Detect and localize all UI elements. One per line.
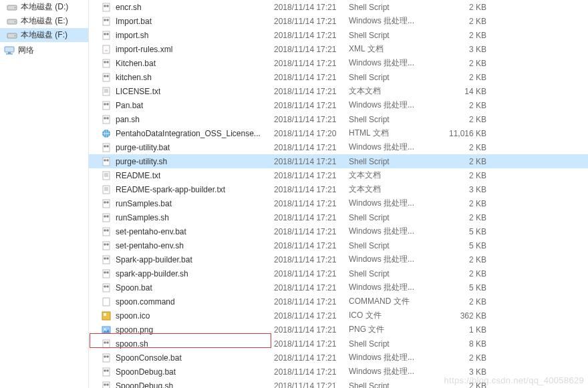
file-type: Windows 批处理...	[349, 352, 436, 363]
file-row[interactable]: spoon.ico2018/11/14 17:21ICO 文件362 KB	[89, 309, 588, 323]
drive-icon	[7, 2, 17, 13]
svg-rect-12	[103, 17, 110, 25]
file-size: 2 KB	[436, 199, 489, 208]
file-row[interactable]: LICENSE.txt2018/11/14 17:21文本文档14 KB	[89, 84, 588, 98]
file-row[interactable]: SpoonConsole.bat2018/11/14 17:21Windows …	[89, 351, 588, 365]
svg-rect-51	[103, 200, 110, 208]
file-row[interactable]: Pan.bat2018/11/14 17:21Windows 批处理...2 K…	[89, 98, 588, 112]
network-icon	[4, 45, 15, 56]
svg-rect-23	[103, 73, 110, 81]
file-name-cell: spoon.png	[89, 325, 274, 335]
file-row[interactable]: runSamples.sh2018/11/14 17:21Shell Scrip…	[89, 210, 588, 224]
tree-item-label: 本地磁盘 (D:)	[21, 1, 68, 13]
file-name: README-spark-app-builder.txt	[116, 185, 225, 194]
file-row[interactable]: ‹›import-rules.xml2018/11/14 17:21XML 文档…	[89, 42, 588, 56]
file-name: LICENSE.txt	[116, 87, 160, 96]
tree-item-3[interactable]: 网络	[0, 43, 88, 57]
svg-point-3	[15, 21, 16, 22]
generic-file-icon	[101, 297, 112, 307]
file-row[interactable]: set-pentaho-env.sh2018/11/14 17:21Shell …	[89, 238, 588, 252]
bat-file-icon	[101, 367, 112, 377]
svg-rect-69	[103, 284, 110, 292]
svg-point-82	[106, 355, 109, 358]
file-name: SpoonDebug.bat	[116, 367, 176, 377]
file-size: 14 KB	[436, 87, 489, 96]
file-type: Shell Script	[349, 241, 436, 250]
svg-rect-77	[103, 340, 110, 348]
file-name: purge-utility.bat	[116, 143, 170, 152]
file-row[interactable]: import.sh2018/11/14 17:21Shell Script2 K…	[89, 28, 588, 42]
svg-rect-66	[103, 270, 110, 278]
tree-item-0[interactable]: 本地磁盘 (D:)	[0, 0, 88, 14]
svg-rect-33	[103, 116, 110, 124]
svg-rect-47	[103, 186, 110, 194]
file-row[interactable]: kitchen.sh2018/11/14 17:21Shell Script2 …	[89, 70, 588, 84]
svg-rect-7	[8, 52, 11, 53]
file-row[interactable]: PentahoDataIntegration_OSS_License...201…	[89, 126, 588, 140]
file-row[interactable]: spoon.sh2018/11/14 17:21Shell Script8 KB	[89, 337, 588, 351]
file-row[interactable]: encr.sh2018/11/14 17:21Shell Script2 KB	[89, 0, 588, 14]
file-size: 3 KB	[436, 367, 489, 377]
file-row[interactable]: pan.sh2018/11/14 17:21Shell Script2 KB	[89, 112, 588, 126]
file-name-cell: Pan.bat	[89, 100, 274, 111]
file-date: 2018/11/14 17:21	[274, 283, 349, 293]
file-type: Shell Script	[349, 115, 436, 124]
svg-rect-83	[103, 368, 110, 376]
file-date: 2018/11/14 17:21	[274, 311, 349, 321]
file-size: 2 KB	[436, 101, 489, 110]
file-row[interactable]: Spoon.bat2018/11/14 17:21Windows 批处理...5…	[89, 280, 588, 295]
tree-item-1[interactable]: 本地磁盘 (E:)	[0, 14, 88, 28]
svg-point-11	[106, 5, 109, 7]
file-date: 2018/11/14 17:21	[274, 3, 349, 12]
svg-point-14	[106, 19, 109, 21]
file-row[interactable]: Kitchen.bat2018/11/14 17:21Windows 批处理..…	[89, 56, 588, 70]
file-type: Windows 批处理...	[349, 254, 436, 265]
file-type: Shell Script	[349, 157, 436, 166]
file-row[interactable]: SpoonDebug.bat2018/11/14 17:21Windows 批处…	[89, 365, 588, 379]
file-row[interactable]: runSamples.bat2018/11/14 17:21Windows 批处…	[89, 196, 588, 210]
svg-point-5	[15, 35, 16, 36]
tree-item-label: 本地磁盘 (F:)	[21, 29, 67, 41]
file-date: 2018/11/14 17:21	[274, 101, 349, 110]
file-row[interactable]: Spark-app-builder.bat2018/11/14 17:21Win…	[89, 252, 588, 266]
file-name: set-pentaho-env.sh	[116, 241, 184, 250]
file-size: 2 KB	[436, 115, 489, 124]
svg-rect-9	[103, 3, 110, 11]
svg-point-13	[104, 19, 106, 21]
svg-point-32	[106, 103, 109, 106]
svg-point-31	[104, 103, 106, 106]
file-name-cell: Spark-app-builder.bat	[89, 254, 274, 265]
svg-point-76	[104, 328, 106, 330]
sh-file-icon	[101, 30, 112, 41]
file-size: 2 KB	[436, 3, 489, 12]
file-name-cell: SpoonDebug.bat	[89, 367, 274, 377]
txt-file-icon	[101, 184, 112, 195]
file-name: Spark-app-builder.bat	[116, 255, 192, 264]
file-row[interactable]: README-spark-app-builder.txt2018/11/14 1…	[89, 182, 588, 196]
svg-point-34	[104, 117, 106, 120]
file-row[interactable]: purge-utility.bat2018/11/14 17:21Windows…	[89, 140, 588, 154]
file-type: Windows 批处理...	[349, 198, 436, 209]
file-row[interactable]: spark-app-builder.sh2018/11/14 17:21Shel…	[89, 266, 588, 280]
file-name-cell: LICENSE.txt	[89, 86, 274, 97]
svg-point-41	[104, 159, 106, 162]
file-row[interactable]: README.txt2018/11/14 17:21文本文档2 KB	[89, 168, 588, 182]
file-name: Kitchen.bat	[116, 59, 156, 68]
file-row[interactable]: set-pentaho-env.bat2018/11/14 17:21Windo…	[89, 224, 588, 238]
txt-file-icon	[101, 170, 112, 181]
file-row[interactable]: spoon.png2018/11/14 17:21PNG 文件1 KB	[89, 323, 588, 337]
file-row[interactable]: SpoonDebug.sh2018/11/14 17:21Shell Scrip…	[89, 379, 588, 388]
file-row[interactable]: spoon.command2018/11/14 17:21COMMAND 文件2…	[89, 295, 588, 309]
sh-file-icon	[101, 212, 112, 223]
file-type: 文本文档	[349, 85, 436, 97]
file-row[interactable]: purge-utility.sh2018/11/14 17:21Shell Sc…	[89, 154, 588, 168]
txt-file-icon	[101, 86, 112, 97]
file-name-cell: import.sh	[89, 30, 274, 41]
file-size: 2 KB	[436, 59, 489, 68]
file-type: Windows 批处理...	[349, 282, 436, 293]
svg-rect-57	[103, 228, 110, 236]
file-type: 文本文档	[349, 170, 436, 181]
file-type: Shell Script	[349, 339, 436, 349]
tree-item-2[interactable]: 本地磁盘 (F:)	[0, 28, 88, 42]
file-row[interactable]: Import.bat2018/11/14 17:21Windows 批处理...…	[89, 14, 588, 28]
